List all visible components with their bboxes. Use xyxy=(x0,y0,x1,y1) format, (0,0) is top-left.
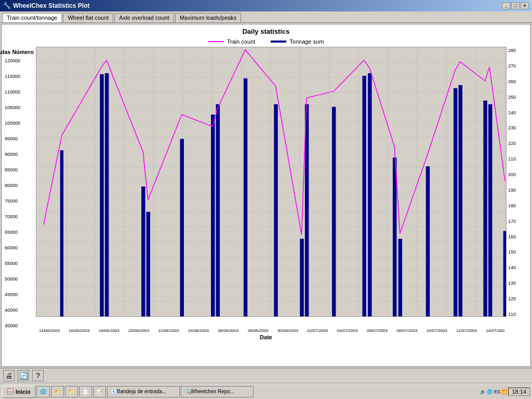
bar-23 xyxy=(488,104,492,316)
x-label-9: 30/06/2003 xyxy=(277,328,298,333)
y-right-190: 190 xyxy=(508,188,527,193)
y-left-35000: 35000 xyxy=(5,323,20,328)
y-right-160: 160 xyxy=(508,234,527,240)
minimize-button[interactable]: _ xyxy=(502,2,510,9)
start-button[interactable]: 🪟 Inicio xyxy=(2,385,35,398)
y-left-60000: 60000 xyxy=(5,245,20,250)
y-left-65000: 65000 xyxy=(5,230,20,235)
bar-16 xyxy=(368,73,371,316)
taskbar-btn-3[interactable]: 📄 xyxy=(79,386,92,397)
bar-5 xyxy=(141,187,145,316)
bar-24 xyxy=(503,231,506,316)
legend-tonnage-label: Tonnage sum xyxy=(289,38,324,45)
tab-bar: Train count/tonnage Wheel flat count Axl… xyxy=(0,11,532,23)
main-content: Daily statistics Train count Tonnage sum… xyxy=(1,24,531,367)
x-label-11: 04/07/2003 xyxy=(337,328,358,333)
y-right-270: 270 xyxy=(508,63,527,69)
x-axis-labels: 14/06/2003 16/06/2003 18/06/2003 20/06/2… xyxy=(39,328,504,333)
y-right-220: 220 xyxy=(508,141,527,146)
x-label-4: 20/06/2003 xyxy=(128,328,149,333)
y-left-115000: 115000 xyxy=(5,74,20,79)
y-left-75000: 75000 xyxy=(5,198,20,204)
y-left-95000: 95000 xyxy=(5,136,20,141)
taskbar-btn-2[interactable]: 📁 xyxy=(65,386,78,397)
bar-3 xyxy=(100,74,103,316)
y-right-110: 110 xyxy=(508,312,527,317)
bar-19 xyxy=(426,166,430,316)
x-label-13: 08/07/2003 xyxy=(396,328,417,333)
maximize-button[interactable]: □ xyxy=(511,2,520,9)
y-left-110000: 110000 xyxy=(5,89,20,95)
y-left-85000: 85000 xyxy=(5,167,20,172)
y-right-260: 260 xyxy=(508,79,527,84)
x-label-8: 28/06/2003 xyxy=(248,328,269,333)
x-label-3: 18/06/2003 xyxy=(99,328,119,333)
y-right-200: 200 xyxy=(508,172,527,177)
tab-train-count[interactable]: Train count/tonnage xyxy=(2,13,62,22)
bar-11 xyxy=(274,104,277,316)
y-right-120: 120 xyxy=(508,296,527,301)
bar-18 xyxy=(398,239,402,316)
taskbar-wheelchex[interactable]: 🔍 Wheelchex Repo... xyxy=(181,386,254,397)
y-left-90000: 90000 xyxy=(5,152,20,157)
close-button[interactable]: × xyxy=(521,2,529,9)
y-left-70000: 70000 xyxy=(5,214,20,219)
clock: 18:14 xyxy=(508,388,530,396)
tab-axle-overload[interactable]: Axle overload count xyxy=(114,13,174,22)
taskbar-btn-1[interactable]: 📂 xyxy=(51,386,64,397)
x-label-7: 26/06/2003 xyxy=(218,328,238,333)
legend-train-count: Train count xyxy=(208,38,256,45)
print-button[interactable]: 🖨 xyxy=(3,370,15,381)
app-icon: 🔧 xyxy=(3,2,11,9)
bar-4 xyxy=(105,73,109,316)
chart-svg xyxy=(36,47,506,316)
y-left-100000: 100000 xyxy=(5,121,20,126)
y-axis-label: Toneladas Número xyxy=(0,49,34,56)
taskbar-inbox[interactable]: 📧 Bandeja de entrada... xyxy=(107,386,180,397)
bar-22 xyxy=(483,101,487,316)
y-right-150: 150 xyxy=(508,249,527,255)
legend-pink-line xyxy=(208,41,224,42)
y-right-280: 280 xyxy=(508,48,527,53)
tab-max-loads[interactable]: Maximum loads/peaks xyxy=(175,13,241,22)
bar-8 xyxy=(211,115,215,317)
refresh-button[interactable]: 🔄 xyxy=(18,370,29,381)
taskbar-ie[interactable]: 🌐 xyxy=(36,386,50,397)
bar-14 xyxy=(332,107,336,316)
y-left-50000: 50000 xyxy=(5,276,20,282)
y-right-230: 230 xyxy=(508,125,527,130)
x-label-6: 24/06/2003 xyxy=(188,328,209,333)
bar-6 xyxy=(147,212,150,316)
y-right-130: 130 xyxy=(508,281,527,286)
y-right-240: 240 xyxy=(508,110,527,115)
start-label: Inicio xyxy=(16,389,31,395)
x-label-14: 10/07/2003 xyxy=(427,328,447,333)
chart-legend: Train count Tonnage sum xyxy=(5,38,527,45)
y-left-105000: 105000 xyxy=(5,105,20,110)
y-right-250: 250 xyxy=(508,95,527,100)
bar-17 xyxy=(393,157,396,316)
bar-10 xyxy=(244,78,247,316)
bar-2 xyxy=(60,150,63,316)
window-controls: _ □ × xyxy=(502,2,529,9)
y-right-140: 140 xyxy=(508,265,527,270)
x-label-16: 14/07/200 xyxy=(486,328,504,333)
window-title: WheelChex Statistics Plot xyxy=(13,2,89,9)
chart-title: Daily statistics xyxy=(5,28,527,35)
title-bar: 🔧 WheelChex Statistics Plot _ □ × xyxy=(0,0,532,11)
taskbar: 🪟 Inicio 🌐 📂 📁 📄 📝 📧 Bandeja de entrada.… xyxy=(0,383,532,399)
taskbar-btn-4[interactable]: 📝 xyxy=(93,386,106,397)
start-icon: 🪟 xyxy=(7,388,14,395)
y-left-45000: 45000 xyxy=(5,292,20,297)
x-label-15: 12/07/2003 xyxy=(456,328,477,333)
help-button[interactable]: ? xyxy=(32,370,44,381)
bar-9 xyxy=(216,104,220,316)
legend-tonnage: Tonnage sum xyxy=(271,38,324,45)
legend-train-label: Train count xyxy=(227,38,256,45)
taskbar-right: 🔊 🌐 ES 📶 18:14 xyxy=(480,388,530,396)
tab-wheel-flat[interactable]: Wheel flat count xyxy=(63,13,113,22)
y-left-40000: 40000 xyxy=(5,308,20,313)
system-tray: 🔊 🌐 ES 📶 xyxy=(480,389,508,394)
y-right-170: 170 xyxy=(508,219,527,224)
y-left-80000: 80000 xyxy=(5,183,20,188)
